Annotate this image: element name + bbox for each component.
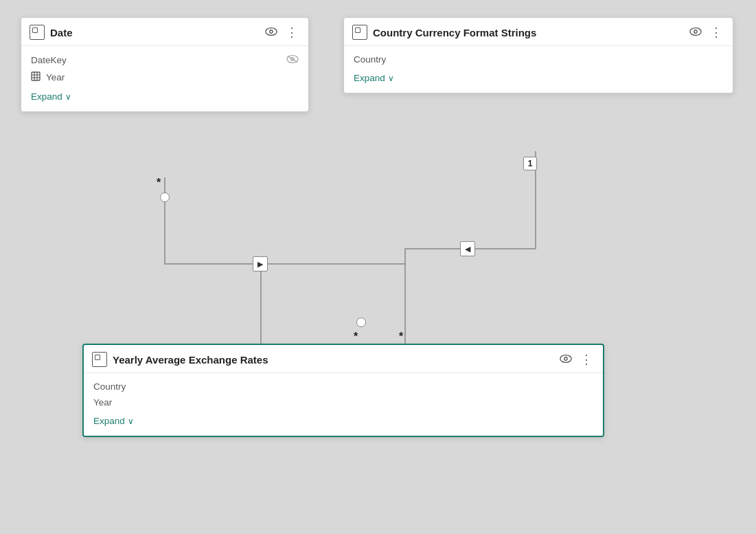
datekey-hidden-icon[interactable] (286, 54, 299, 66)
exchange-rates-more-icon[interactable]: ⋮ (578, 352, 595, 367)
svg-point-11 (694, 30, 698, 34)
exchange-left-circle (356, 318, 366, 327)
date-more-icon[interactable]: ⋮ (284, 25, 300, 40)
exchange-left-star: * (354, 331, 358, 342)
exchange-rates-expand-chevron[interactable]: ∨ (128, 416, 134, 426)
datekey-label: DateKey (31, 55, 67, 65)
year-grid-icon (31, 71, 41, 83)
country-currency-country-label: Country (354, 54, 386, 65)
exchange-rates-actions: ⋮ (558, 352, 595, 367)
date-table-icon (30, 25, 45, 40)
country-currency-actions: ⋮ (687, 25, 724, 40)
svg-line-2 (288, 56, 297, 63)
svg-rect-5 (32, 72, 40, 80)
date-card-body: DateKey Year Exp (21, 46, 308, 111)
svg-point-10 (690, 28, 701, 36)
country-currency-title: Country Currency Format Strings (373, 27, 682, 38)
exchange-rates-year-label: Year (93, 397, 112, 408)
date-header-actions: ⋮ (263, 25, 300, 40)
exchange-rates-visibility-icon[interactable] (558, 353, 574, 366)
exchange-rates-title: Yearly Average Exchange Rates (113, 354, 552, 366)
exchange-rates-expand-label[interactable]: Expand (93, 416, 125, 426)
exchange-rates-country-label: Country (93, 381, 126, 392)
date-many-star: * (157, 177, 161, 188)
country-currency-card[interactable]: Country Currency Format Strings ⋮ Countr… (343, 17, 733, 93)
exchange-rates-expand-row[interactable]: Expand ∨ (93, 410, 593, 433)
svg-point-1 (270, 30, 273, 34)
join-direction-right-btn[interactable]: ▶ (253, 256, 268, 271)
country-currency-one-label: 1 (523, 157, 537, 170)
country-currency-expand-row[interactable]: Expand ∨ (354, 67, 723, 90)
date-expand-chevron[interactable]: ∨ (65, 92, 71, 102)
country-currency-body: Country Expand ∨ (344, 46, 733, 93)
country-currency-field-country: Country (354, 52, 723, 67)
exchange-right-star: * (399, 331, 403, 342)
exchange-rates-body: Country Year Expand ∨ (84, 373, 603, 436)
date-card[interactable]: Date ⋮ DateKey (21, 17, 309, 112)
svg-point-13 (564, 357, 568, 361)
country-currency-visibility-icon[interactable] (687, 25, 704, 39)
date-field-year: Year (31, 69, 299, 86)
exchange-rates-field-year: Year (93, 394, 593, 410)
exchange-rates-card[interactable]: Yearly Average Exchange Rates ⋮ Country … (82, 344, 604, 437)
country-currency-table-icon (352, 25, 367, 40)
exchange-rates-header: Yearly Average Exchange Rates ⋮ (84, 345, 603, 373)
date-expand-row[interactable]: Expand ∨ (31, 86, 299, 109)
country-currency-header: Country Currency Format Strings ⋮ (344, 18, 733, 46)
svg-point-12 (560, 355, 571, 363)
country-currency-more-icon[interactable]: ⋮ (708, 25, 724, 40)
date-card-header: Date ⋮ (21, 18, 308, 46)
year-label: Year (46, 72, 65, 82)
date-field-datekey: DateKey (31, 52, 299, 69)
svg-point-0 (266, 28, 277, 36)
exchange-rates-table-icon (92, 352, 107, 367)
date-card-title: Date (50, 27, 257, 38)
country-currency-expand-label[interactable]: Expand (354, 73, 385, 83)
date-visibility-icon[interactable] (263, 25, 279, 39)
date-many-circle (160, 192, 170, 202)
country-currency-expand-chevron[interactable]: ∨ (388, 74, 394, 83)
date-expand-label[interactable]: Expand (31, 91, 62, 102)
exchange-rates-field-country: Country (93, 379, 593, 394)
join-direction-left-btn[interactable]: ◀ (460, 241, 475, 256)
